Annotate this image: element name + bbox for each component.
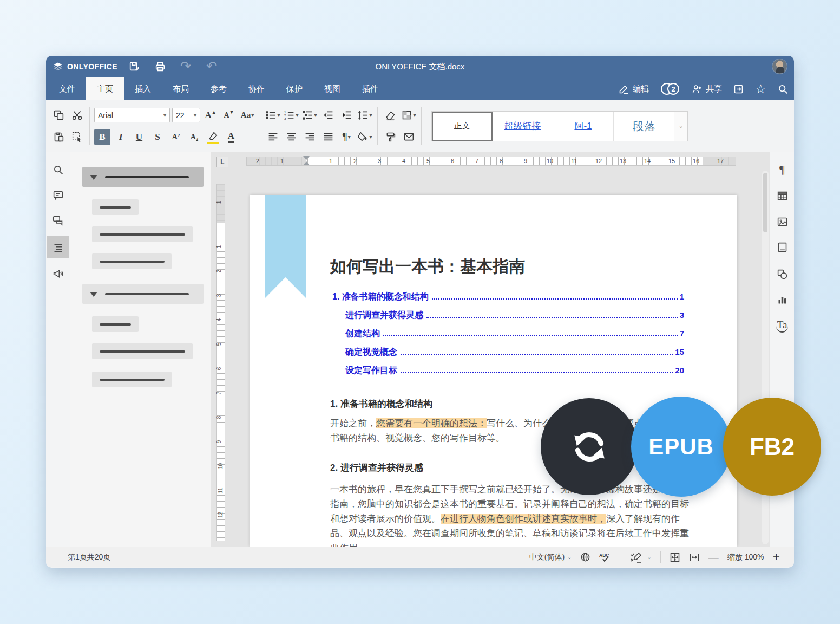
toc-label: 设定写作目标 (345, 365, 397, 376)
image-settings-button[interactable] (771, 211, 793, 232)
font-name-select[interactable]: Arial▾ (94, 108, 170, 122)
tab-file[interactable]: 文件 (46, 77, 86, 100)
style-gallery-expand[interactable]: ⌄ (674, 112, 687, 141)
underline-button[interactable]: U (131, 129, 147, 145)
comments-button[interactable] (47, 184, 69, 206)
indent-marker[interactable] (303, 156, 310, 168)
svg-text:3: 3 (284, 116, 286, 120)
tab-references[interactable]: 参考 (200, 77, 238, 100)
highlight-color-button[interactable] (205, 129, 221, 145)
copy-button[interactable] (50, 107, 67, 123)
active-users-badge[interactable]: 2 (660, 82, 680, 96)
nav-item[interactable] (92, 253, 172, 269)
change-case-button[interactable]: Aa▾ (239, 107, 255, 123)
toc-entry[interactable]: 进行调查并获得灵感3 (332, 310, 684, 328)
font-size-select[interactable]: 22▾ (172, 108, 200, 122)
search-icon[interactable] (777, 83, 789, 95)
zoom-out-button[interactable]: — (708, 551, 719, 563)
tab-stop-selector[interactable]: L (216, 157, 228, 167)
toc-entry[interactable]: 创建结构7 (332, 328, 684, 347)
toc-entry[interactable]: 确定视觉概念15 (332, 347, 684, 365)
feedback-button[interactable] (47, 263, 69, 284)
decrease-font-button[interactable]: A▼ (221, 107, 237, 123)
share-button[interactable]: 共享 (691, 83, 722, 95)
tab-layout[interactable]: 布局 (162, 77, 200, 100)
text-art-settings-button[interactable]: Ta (771, 315, 793, 336)
scrollbar-thumb[interactable] (763, 173, 767, 232)
nav-item-heading2[interactable] (82, 284, 204, 304)
table-shading-button[interactable]: ▾ (401, 107, 417, 123)
line-spacing-button[interactable]: ▾ (357, 107, 373, 123)
paste-button[interactable] (50, 129, 67, 145)
paragraph-settings-button[interactable]: ¶ (771, 159, 793, 180)
copy-style-button[interactable] (382, 129, 398, 145)
nav-item[interactable] (92, 343, 193, 359)
multilevel-list-button[interactable]: ▾ (301, 107, 318, 123)
italic-button[interactable]: I (113, 129, 129, 145)
edit-mode-button[interactable]: 编辑 (618, 83, 649, 95)
print-icon[interactable] (154, 61, 166, 73)
page-indicator[interactable]: 第1页共20页 (68, 552, 110, 562)
zoom-value[interactable]: 缩放 100% (727, 552, 764, 562)
numbered-list-button[interactable]: 123▾ (283, 107, 299, 123)
toc-entry[interactable]: 1. 准备书籍的概念和结构1 (332, 291, 684, 310)
style-a1[interactable]: 阿-1 (553, 112, 614, 141)
select-all-button[interactable] (69, 129, 85, 145)
favorite-star-icon[interactable]: ☆ (755, 83, 766, 95)
paragraph-shading-button[interactable]: ▾ (357, 129, 373, 145)
user-avatar[interactable] (772, 58, 788, 74)
save-icon[interactable] (128, 61, 140, 73)
nav-item[interactable] (92, 316, 139, 332)
tab-view[interactable]: 视图 (313, 77, 351, 100)
subscript-button[interactable]: A₂ (186, 129, 202, 145)
v-ruler[interactable]: 1123456789101112 (216, 184, 225, 541)
tab-protection[interactable]: 保护 (275, 77, 313, 100)
style-paragraph[interactable]: 段落 (614, 112, 674, 141)
header-footer-settings-button[interactable] (771, 236, 793, 258)
tab-home[interactable]: 主页 (86, 77, 124, 100)
table-settings-button[interactable] (771, 185, 793, 206)
bullet-list-button[interactable]: ▾ (265, 107, 281, 123)
chart-settings-button[interactable] (771, 289, 793, 310)
font-color-button[interactable]: A (223, 129, 239, 145)
undo-icon[interactable]: ↶ (206, 61, 218, 73)
justify-button[interactable] (320, 129, 336, 145)
navigation-button[interactable] (47, 236, 69, 258)
style-normal[interactable]: 正文 (432, 112, 493, 141)
cut-button[interactable] (69, 107, 85, 123)
bold-button[interactable]: B (94, 129, 110, 145)
shape-settings-button[interactable] (771, 263, 793, 285)
increase-font-button[interactable]: A▲ (202, 107, 219, 123)
align-left-button[interactable] (265, 129, 281, 145)
track-changes-button[interactable]: ⌄ (630, 552, 651, 563)
nav-item[interactable] (92, 199, 139, 215)
tab-plugins[interactable]: 插件 (351, 77, 389, 100)
style-hyperlink[interactable]: 超级链接 (493, 112, 553, 141)
tab-insert[interactable]: 插入 (124, 77, 162, 100)
mail-merge-button[interactable] (401, 129, 417, 145)
spellcheck-button[interactable]: ABC (599, 552, 612, 563)
increase-indent-button[interactable] (338, 107, 355, 123)
tab-collaboration[interactable]: 协作 (238, 77, 275, 100)
superscript-button[interactable]: A² (168, 129, 184, 145)
decrease-indent-button[interactable] (320, 107, 336, 123)
chat-button[interactable] (47, 210, 69, 231)
clear-style-button[interactable] (382, 107, 398, 123)
language-selector[interactable]: 中文(简体)⌄ (529, 552, 572, 562)
align-center-button[interactable] (283, 129, 299, 145)
align-right-button[interactable] (301, 129, 318, 145)
nav-item[interactable] (92, 226, 193, 242)
strikethrough-button[interactable]: S (149, 129, 166, 145)
redo-icon[interactable]: ↷ (180, 61, 192, 73)
nav-item-heading1[interactable] (82, 167, 204, 187)
fit-width-icon[interactable] (689, 552, 700, 563)
nav-item[interactable] (92, 372, 172, 387)
nonprinting-chars-button[interactable]: ¶▾ (338, 129, 355, 145)
zoom-in-button[interactable]: + (773, 550, 780, 564)
fit-page-icon[interactable] (670, 552, 680, 563)
h-ruler[interactable]: 211234567891011121314151617 (246, 157, 736, 166)
find-button[interactable] (47, 159, 69, 180)
open-file-location-icon[interactable] (733, 83, 744, 95)
toc-entry[interactable]: 设定写作目标20 (332, 365, 684, 384)
document-language-icon[interactable] (580, 552, 590, 562)
